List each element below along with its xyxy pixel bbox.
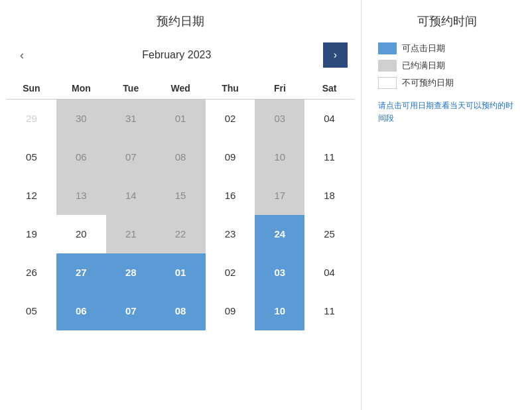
calendar-day: 19 [7, 215, 56, 253]
calendar-day[interactable]: 06 [56, 292, 106, 330]
legend-box-blue [378, 42, 397, 54]
month-label: February 2023 [142, 49, 211, 61]
legend-box-gray [378, 60, 397, 72]
calendar-day[interactable]: 07 [106, 292, 156, 330]
calendar-day: 11 [304, 138, 354, 176]
weekday-header-thu: Thu [206, 78, 255, 100]
weekday-header-tue: Tue [106, 78, 156, 100]
calendar-day: 22 [156, 215, 206, 253]
calendar-day: 05 [7, 292, 56, 330]
next-month-button[interactable]: › [323, 42, 348, 68]
legend-label-gray: 已约满日期 [402, 60, 445, 72]
calendar-day[interactable]: 08 [156, 292, 206, 330]
calendar-day: 11 [304, 292, 354, 330]
calendar-day: 03 [255, 100, 304, 138]
calendar-day: 13 [56, 176, 106, 215]
legend-item-blue: 可点击日期 [378, 42, 515, 54]
calendar-day: 31 [106, 100, 156, 138]
calendar-day: 30 [56, 100, 106, 138]
calendar-day[interactable]: 01 [156, 253, 206, 292]
calendar-day: 04 [304, 253, 354, 292]
calendar-day: 06 [56, 138, 106, 176]
calendar-day: 07 [106, 138, 156, 176]
calendar-day[interactable]: 27 [56, 253, 106, 292]
calendar-day: 02 [206, 100, 255, 138]
legend-item-gray: 已约满日期 [378, 60, 515, 72]
weekday-header-fri: Fri [255, 78, 304, 100]
prev-month-button[interactable]: ‹ [13, 45, 31, 66]
calendar-grid: SunMonTueWedThuFriSat 293031010203040506… [7, 78, 354, 330]
right-section: 可预约时间 可点击日期 已约满日期 不可预约日期 请点击可用日期查看当天可以预约… [362, 0, 532, 410]
calendar-day[interactable]: 10 [255, 292, 304, 330]
weekday-header-mon: Mon [56, 78, 106, 100]
calendar-day: 29 [7, 100, 56, 138]
calendar-day: 20 [56, 215, 106, 253]
calendar-day: 23 [206, 215, 255, 253]
legend-box-white [378, 77, 397, 89]
legend-note-link[interactable]: 请点击可用日期查看当天可以预约的时间段 [378, 101, 513, 123]
weekday-header-sat: Sat [304, 78, 354, 100]
weekday-header-wed: Wed [156, 78, 206, 100]
calendar-day: 25 [304, 215, 354, 253]
calendar-day: 09 [206, 138, 255, 176]
legend-label-blue: 可点击日期 [402, 42, 445, 54]
calendar-day: 15 [156, 176, 206, 215]
calendar-day[interactable]: 03 [255, 253, 304, 292]
calendar-header: ‹ February 2023 › [7, 42, 354, 68]
calendar-day: 18 [304, 176, 354, 215]
calendar-day: 02 [206, 253, 255, 292]
legend: 可点击日期 已约满日期 不可预约日期 [378, 42, 515, 89]
calendar-day: 21 [106, 215, 156, 253]
calendar-day[interactable]: 24 [255, 215, 304, 253]
calendar-day: 14 [106, 176, 156, 215]
calendar-day: 08 [156, 138, 206, 176]
calendar-title: 预约日期 [7, 13, 354, 29]
legend-label-white: 不可预约日期 [402, 77, 454, 89]
calendar-day: 16 [206, 176, 255, 215]
calendar-day: 01 [156, 100, 206, 138]
calendar-day[interactable]: 28 [106, 253, 156, 292]
calendar-day: 26 [7, 253, 56, 292]
calendar-day: 12 [7, 176, 56, 215]
sidebar-title: 可预约时间 [378, 13, 515, 29]
calendar-section: 预约日期 ‹ February 2023 › SunMonTueWedThuFr… [0, 0, 362, 410]
calendar-day: 09 [206, 292, 255, 330]
calendar-day: 10 [255, 138, 304, 176]
calendar-day: 05 [7, 138, 56, 176]
calendar-day: 17 [255, 176, 304, 215]
calendar-day: 04 [304, 100, 354, 138]
weekday-header-sun: Sun [7, 78, 56, 100]
legend-item-white: 不可预约日期 [378, 77, 515, 89]
